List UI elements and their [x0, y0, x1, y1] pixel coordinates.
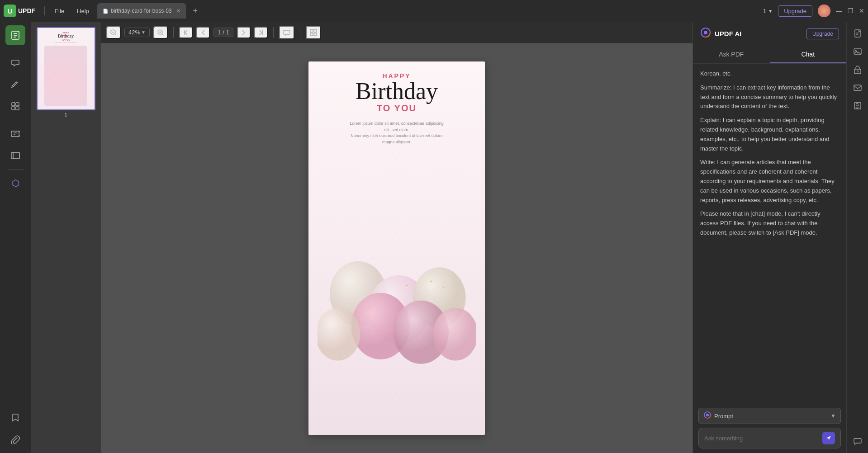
layout-button[interactable]	[306, 26, 321, 39]
viewer-area: 42% ▼	[101, 22, 693, 453]
ai-send-button[interactable]	[822, 432, 835, 444]
pdf-toyou-text: TO YOU	[377, 103, 417, 113]
ai-content-2: Explain: I can explain a topic in depth,…	[700, 116, 839, 153]
zoom-out-button[interactable]	[106, 26, 121, 39]
svg-point-41	[406, 285, 408, 287]
maximize-icon[interactable]: ❐	[848, 7, 854, 14]
tool-organize[interactable]	[5, 96, 25, 116]
ai-prompt-area: Prompt ▼	[693, 403, 846, 453]
tab-chat[interactable]: Chat	[770, 46, 847, 63]
ai-tabs: Ask PDF Chat	[693, 46, 846, 64]
svg-rect-11	[12, 131, 19, 137]
tab-birthday-card[interactable]: 📄 birthday-card-for-boss-03 ✕	[97, 3, 186, 19]
tool-attach[interactable]	[5, 429, 25, 449]
svg-point-52	[857, 71, 858, 72]
svg-rect-28	[310, 33, 313, 36]
tool-comment[interactable]	[5, 53, 25, 73]
svg-point-38	[443, 287, 444, 288]
convert-img-icon[interactable]	[849, 43, 866, 60]
chat-bubble-icon[interactable]	[849, 433, 866, 449]
thumbnail-frame: HAPPY Birthday TO YOU Lorem ipsum dolor …	[37, 27, 95, 110]
tool-batch[interactable]	[5, 146, 25, 165]
upgrade-button-top[interactable]: Upgrade	[778, 5, 812, 17]
pdf-lorem-1: Lorem ipsum dolor sit amet, consectetuer…	[347, 121, 446, 145]
page-input-display[interactable]: 1 / 1	[213, 28, 233, 37]
tool-layers[interactable]: ⬡	[5, 173, 25, 193]
zoom-level: 42%	[128, 29, 140, 36]
page-total-number: 1	[226, 29, 229, 36]
titlebar-right: 1 ▼ Upgrade — ❐ ✕	[763, 5, 864, 17]
svg-rect-53	[854, 85, 861, 90]
svg-text:U: U	[8, 8, 12, 15]
tool-sep-3	[7, 169, 24, 170]
nav-first-button[interactable]	[179, 27, 193, 38]
convert-doc-icon[interactable]	[849, 25, 866, 42]
svg-rect-29	[314, 33, 317, 36]
nav-next-button[interactable]	[237, 27, 251, 38]
toolbar-sep-2	[273, 27, 274, 38]
ai-upgrade-button[interactable]: Upgrade	[806, 28, 839, 39]
nav-last-button[interactable]	[254, 27, 268, 38]
svg-point-50	[855, 50, 857, 52]
lock-icon[interactable]	[849, 61, 866, 78]
thumb-toyou: TO YOU	[62, 38, 70, 41]
prompt-dropdown[interactable]: Prompt ▼	[698, 408, 841, 424]
ai-content-3: Write: I can generate articles that meet…	[700, 158, 839, 205]
minimize-icon[interactable]: —	[836, 7, 842, 14]
svg-line-19	[115, 34, 116, 35]
svg-point-37	[430, 281, 432, 283]
ai-header: UPDF AI Upgrade	[693, 22, 846, 46]
zoom-display[interactable]: 42% ▼	[124, 28, 150, 37]
prompt-label: Prompt	[714, 413, 828, 420]
tool-edit[interactable]	[5, 75, 25, 94]
compress-icon[interactable]	[849, 98, 866, 114]
tool-ocr[interactable]	[5, 124, 25, 144]
main-content: ⬡ HAPPY Birthday TO YOU Lorem ipsum dolo…	[0, 22, 868, 453]
svg-point-45	[706, 414, 709, 416]
svg-rect-46	[855, 30, 860, 37]
left-sidebar: ⬡	[0, 22, 31, 453]
ai-panel: UPDF AI Upgrade Ask PDF Chat Korean, etc…	[693, 22, 846, 453]
tab-close-button[interactable]: ✕	[176, 8, 180, 14]
svg-point-36	[433, 308, 476, 361]
svg-rect-51	[854, 69, 861, 74]
ai-title-text: UPDF AI	[715, 30, 803, 38]
ai-ask-input[interactable]	[704, 435, 819, 442]
zoom-chevron: ▼	[141, 30, 146, 35]
viewer-toolbar: 42% ▼	[101, 22, 693, 43]
svg-rect-7	[12, 103, 15, 106]
page-current-number: 1	[218, 29, 221, 36]
toolbar-sep-3	[300, 27, 300, 38]
tool-bookmark[interactable]	[5, 408, 25, 428]
svg-rect-10	[16, 107, 19, 110]
svg-rect-8	[16, 103, 19, 106]
add-tab-button[interactable]: +	[190, 6, 202, 16]
avatar[interactable]	[818, 5, 830, 17]
menu-file[interactable]: File	[50, 6, 69, 16]
far-right-panel	[846, 22, 868, 453]
tab-file-icon: 📄	[103, 9, 108, 14]
app-name: UPDF	[18, 7, 35, 14]
viewer-canvas[interactable]: HAPPY Birthday TO YOU Lorem ipsum dolor …	[101, 43, 693, 453]
menu-help[interactable]: Help	[72, 6, 94, 16]
nav-prev-button[interactable]	[196, 27, 210, 38]
thumbnail-page-1[interactable]: HAPPY Birthday TO YOU Lorem ipsum dolor …	[37, 27, 95, 118]
comment-tool-button[interactable]	[279, 26, 294, 39]
svg-point-35	[318, 308, 360, 361]
thumb-balloons	[44, 46, 87, 106]
close-icon[interactable]: ✕	[859, 7, 864, 14]
page-sep: /	[223, 29, 224, 36]
app-logo: U UPDF	[4, 5, 35, 17]
thumb-inner: HAPPY Birthday TO YOU Lorem ipsum dolor …	[38, 28, 95, 109]
zoom-in-button[interactable]	[153, 26, 168, 39]
ai-content-0: Korean, etc.	[700, 69, 839, 79]
pdf-page: HAPPY Birthday TO YOU Lorem ipsum dolor …	[308, 61, 485, 435]
tab-ask-pdf[interactable]: Ask PDF	[693, 46, 770, 63]
tool-sep-1	[7, 49, 24, 49]
tool-reader[interactable]	[5, 25, 25, 45]
thumbnail-panel: HAPPY Birthday TO YOU Lorem ipsum dolor …	[31, 22, 101, 453]
email-icon[interactable]	[849, 80, 866, 96]
svg-point-2	[818, 5, 830, 17]
svg-rect-15	[13, 152, 19, 159]
thumbnail-page-label: 1	[64, 112, 67, 118]
